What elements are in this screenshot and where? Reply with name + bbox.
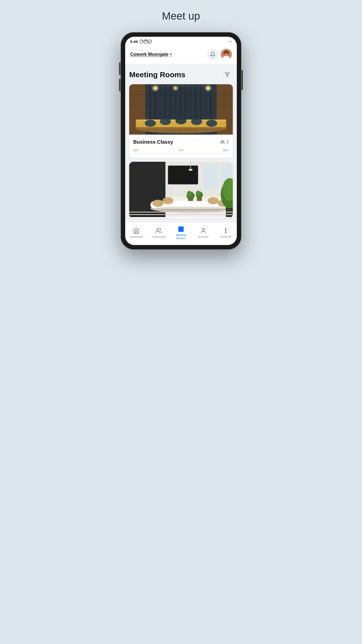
svg-rect-100 — [182, 229, 182, 230]
svg-point-53 — [145, 120, 156, 127]
section-title: Meeting Rooms — [129, 70, 185, 79]
notification-button[interactable] — [207, 49, 218, 60]
account-icon — [200, 227, 207, 234]
vol-down-button — [119, 79, 120, 91]
meeting-rooms-icon — [177, 225, 185, 232]
dashboard-icon — [133, 227, 140, 234]
svg-point-22 — [227, 53, 227, 53]
svg-point-104 — [225, 232, 226, 233]
time-label-1-mid: 7pm — [178, 148, 184, 152]
svg-rect-4 — [146, 40, 146, 41]
system-status-icons — [228, 39, 232, 44]
account-label: Account — [198, 235, 208, 238]
power-button — [242, 70, 243, 90]
svg-point-78 — [208, 197, 219, 204]
room-image-1 — [129, 84, 233, 135]
svg-point-76 — [152, 200, 163, 207]
app-title: Meet up — [162, 10, 200, 22]
time-label-1-start: 6pm — [133, 148, 139, 152]
nav-item-show-all[interactable]: Show All — [217, 227, 235, 238]
svg-rect-14 — [232, 41, 232, 42]
svg-point-57 — [206, 120, 217, 127]
time-label-1-end: 8pm — [223, 148, 229, 152]
svg-point-55 — [175, 117, 187, 124]
top-nav: Cowork Moorgate ▾ — [125, 46, 237, 64]
svg-line-7 — [149, 41, 151, 43]
meeting-rooms-label: MeetingRooms — [176, 233, 186, 240]
room-name-1: Business Classy — [133, 139, 173, 145]
svg-point-92 — [189, 169, 193, 171]
status-app-icons — [139, 39, 152, 44]
svg-rect-71 — [168, 166, 198, 184]
svg-rect-67 — [203, 164, 218, 189]
svg-point-56 — [191, 118, 202, 125]
dashboard-label: Dashboard — [129, 235, 143, 238]
chevron-down-icon: ▾ — [170, 52, 172, 56]
phone-frame: 5:45 — [121, 32, 241, 250]
people-icon — [220, 140, 225, 144]
user-avatar-button[interactable] — [221, 49, 232, 60]
show-all-label: Show All — [220, 235, 231, 238]
timeline-bar-1 — [133, 153, 229, 154]
svg-point-21 — [225, 53, 226, 53]
filter-icon — [225, 72, 230, 77]
community-label: Community — [152, 235, 166, 238]
svg-rect-99 — [181, 229, 181, 230]
nav-actions — [207, 49, 232, 60]
capacity-badge-1: 2 — [220, 140, 229, 144]
community-icon — [155, 227, 162, 234]
workspace-name: Cowork Moorgate — [130, 52, 168, 57]
svg-point-77 — [162, 197, 173, 204]
bell-icon — [210, 52, 215, 57]
svg-point-93 — [157, 228, 159, 230]
svg-rect-60 — [150, 86, 212, 87]
svg-point-85 — [196, 191, 200, 196]
avatar-image — [221, 49, 232, 60]
section-header: Meeting Rooms — [129, 69, 233, 80]
show-all-icon — [222, 227, 229, 234]
svg-rect-5 — [146, 40, 147, 41]
svg-rect-3 — [145, 40, 145, 41]
svg-point-18 — [223, 52, 225, 55]
screen: 5:45 — [125, 37, 237, 245]
svg-rect-11 — [230, 41, 231, 42]
nav-item-meeting-rooms[interactable]: MeetingRooms — [172, 225, 190, 240]
svg-point-101 — [202, 228, 204, 230]
room-info-1: Business Classy 2 — [129, 136, 233, 158]
bottom-nav: Dashboard Community — [125, 222, 237, 245]
nav-item-community[interactable]: Community — [150, 227, 167, 238]
svg-point-102 — [225, 228, 226, 229]
svg-point-19 — [228, 52, 229, 55]
svg-rect-9 — [230, 42, 230, 42]
workspace-selector[interactable]: Cowork Moorgate ▾ — [130, 52, 172, 57]
svg-point-8 — [229, 42, 229, 42]
filter-button[interactable] — [222, 69, 233, 80]
svg-rect-10 — [230, 41, 230, 42]
vol-up-button — [119, 62, 120, 75]
svg-point-103 — [225, 230, 226, 231]
svg-point-82 — [187, 191, 192, 197]
status-time: 5:45 — [130, 39, 138, 44]
svg-rect-98 — [180, 229, 180, 230]
svg-point-54 — [160, 118, 171, 125]
timeline-1: 6pm 7pm 8pm — [133, 147, 229, 156]
room-image-2 — [129, 162, 233, 217]
room-card-2[interactable] — [129, 162, 233, 218]
nav-item-dashboard[interactable]: Dashboard — [127, 227, 145, 238]
main-content: Meeting Rooms — [125, 64, 237, 222]
svg-rect-52 — [136, 127, 226, 128]
svg-point-75 — [151, 207, 230, 211]
status-bar: 5:45 — [125, 37, 237, 46]
room-card-1[interactable]: Business Classy 2 — [129, 84, 233, 158]
nav-item-account[interactable]: Account — [195, 227, 212, 238]
svg-marker-23 — [225, 73, 230, 77]
capacity-number-1: 2 — [227, 140, 229, 144]
svg-rect-13 — [231, 41, 231, 42]
